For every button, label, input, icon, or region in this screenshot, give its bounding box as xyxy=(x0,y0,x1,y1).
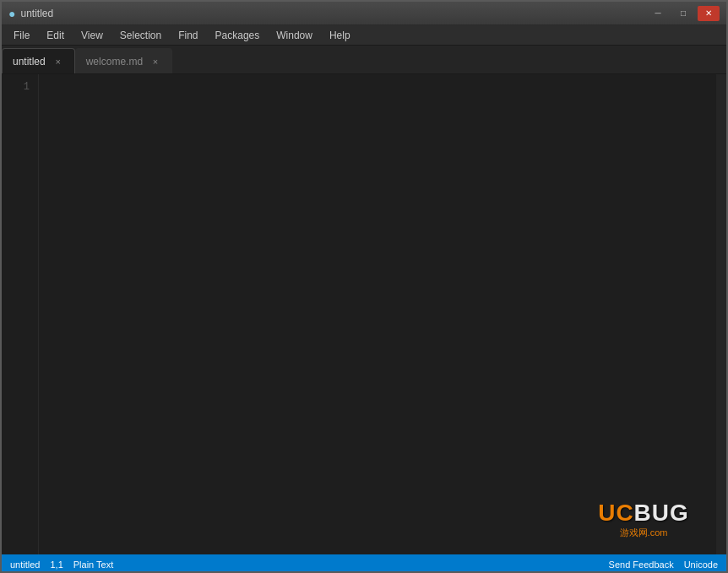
status-right: Send Feedback Unicode xyxy=(609,559,718,570)
close-button[interactable]: ✕ xyxy=(698,6,720,21)
window-controls: ─ □ ✕ xyxy=(647,6,720,21)
menu-item-window[interactable]: Window xyxy=(268,28,321,43)
title-left: ● untitled xyxy=(8,7,53,20)
menu-item-selection[interactable]: Selection xyxy=(111,28,170,43)
menu-bar: FileEditViewSelectionFindPackagesWindowH… xyxy=(2,25,726,46)
app-icon: ● xyxy=(8,7,15,20)
title-bar: ● untitled ─ □ ✕ xyxy=(2,2,726,25)
tab-untitled[interactable]: untitled× xyxy=(2,48,75,73)
menu-item-help[interactable]: Help xyxy=(321,28,359,43)
line-number-1: 1 xyxy=(2,79,30,95)
menu-item-edit[interactable]: Edit xyxy=(38,28,73,43)
encoding-label[interactable]: Unicode xyxy=(684,559,718,570)
tab-label: untitled xyxy=(13,56,46,68)
status-position: 1,1 xyxy=(50,559,62,570)
menu-item-file[interactable]: File xyxy=(5,28,38,43)
status-filename: untitled xyxy=(10,559,40,570)
tab-close-btn[interactable]: × xyxy=(149,56,161,68)
menu-item-find[interactable]: Find xyxy=(170,28,206,43)
tab-welcome-md[interactable]: welcome.md× xyxy=(75,48,172,73)
title-text: untitled xyxy=(20,8,53,19)
send-feedback-link[interactable]: Send Feedback xyxy=(609,559,674,570)
tab-close-btn[interactable]: × xyxy=(52,56,64,68)
menu-item-packages[interactable]: Packages xyxy=(207,28,269,43)
tab-bar: untitled×welcome.md× xyxy=(2,46,726,74)
vertical-scrollbar[interactable] xyxy=(716,74,726,554)
editor-textarea[interactable] xyxy=(39,74,716,554)
menu-item-view[interactable]: View xyxy=(73,28,111,43)
maximize-button[interactable]: □ xyxy=(672,6,694,21)
editor-container: 1 xyxy=(2,74,726,554)
line-numbers: 1 xyxy=(2,74,39,554)
status-left: untitled 1,1 Plain Text xyxy=(10,559,113,570)
minimize-button[interactable]: ─ xyxy=(647,6,669,21)
status-language[interactable]: Plain Text xyxy=(73,559,114,570)
tab-label: welcome.md xyxy=(86,56,143,68)
status-bar: untitled 1,1 Plain Text Send Feedback Un… xyxy=(2,554,726,573)
